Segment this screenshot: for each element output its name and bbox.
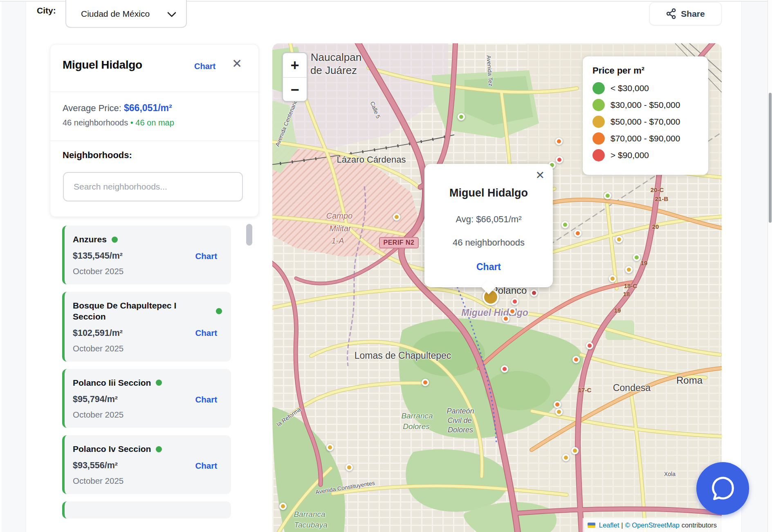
road-shield: PERIF N2	[379, 237, 419, 248]
map-marker[interactable]	[633, 254, 640, 261]
list-scrollbar-thumb[interactable]	[246, 224, 252, 246]
sidebar-title: Miguel Hidalgo	[63, 58, 142, 72]
share-label: Share	[681, 9, 705, 19]
search-input[interactable]	[63, 172, 243, 201]
map-label: Civil de	[447, 416, 471, 425]
map-marker[interactable]	[556, 156, 563, 163]
status-dot	[156, 380, 162, 386]
map-label: Condesa	[613, 382, 651, 393]
map-marker[interactable]	[561, 221, 569, 228]
map-zoom-control[interactable]: + −	[282, 52, 307, 102]
map-label: Miguel Hidalgo	[461, 307, 528, 318]
legend-label: $70,000 - $90,000	[610, 134, 680, 143]
osm-link[interactable]: © OpenStreetMap	[625, 521, 680, 529]
map-label: Lázaro Cárdenas	[337, 154, 406, 165]
list-item[interactable]: Polanco Iii Seccion $95,794/m² Chart Oct…	[62, 369, 231, 428]
map-marker[interactable]	[604, 192, 611, 199]
neighborhood-date: October 2025	[73, 476, 222, 486]
map-label: Dolores	[448, 426, 473, 434]
map-label: Roma	[676, 375, 702, 386]
map-marker[interactable]	[511, 298, 518, 305]
map-marker[interactable]	[555, 138, 563, 145]
map-marker[interactable]	[346, 464, 353, 471]
page-scrollbar-thumb[interactable]	[769, 93, 772, 223]
count-line: 46 neighborhoods • 46 on map	[63, 118, 174, 127]
map-label: 1-A	[331, 236, 344, 246]
neighborhood-name: Anzures	[73, 234, 107, 245]
status-dot	[112, 237, 118, 243]
map-marker[interactable]	[530, 289, 538, 297]
neighborhood-price: $102,591/m²	[73, 328, 123, 338]
item-chart-link[interactable]: Chart	[195, 461, 217, 471]
map-label: de Juárez	[310, 64, 357, 77]
neighborhood-price: $93,556/m²	[73, 460, 118, 471]
item-chart-link[interactable]: Chart	[195, 395, 217, 405]
map-marker[interactable]	[501, 365, 508, 373]
item-chart-link[interactable]: Chart	[195, 328, 217, 338]
map-label: Militar	[329, 224, 351, 233]
popup-chart-link[interactable]: Chart	[424, 262, 553, 273]
status-dot	[216, 308, 222, 314]
neighborhood-name: Bosque De Chapultepec I Seccion	[73, 300, 211, 322]
map-label: Lomas de Chapultepec	[355, 350, 451, 361]
popup-average: Avg: $66,051/m²	[424, 214, 553, 225]
popup-close-icon[interactable]: ✕	[535, 169, 545, 182]
left-gutter	[2, 2, 26, 532]
zoom-in-button[interactable]: +	[283, 53, 307, 77]
list-item[interactable]: Bosque De Chapultepec I Seccion $102,591…	[62, 292, 231, 362]
map-marker[interactable]	[555, 408, 563, 416]
map-marker[interactable]	[625, 266, 633, 273]
map-label: Dolores	[403, 422, 429, 431]
legend-color-dot	[592, 99, 605, 111]
divider	[50, 92, 259, 92]
page-scrollbar[interactable]	[768, 0, 772, 532]
legend-title: Price per m²	[592, 65, 698, 76]
right-gutter	[741, 2, 768, 532]
list-item[interactable]: Anzures $135,545/m² Chart October 2025	[62, 226, 231, 284]
neighborhoods-list[interactable]: Anzures $135,545/m² Chart October 2025 B…	[50, 223, 259, 532]
map-marker[interactable]	[574, 230, 581, 237]
map-marker[interactable]	[509, 308, 516, 315]
map-marker[interactable]	[586, 342, 593, 349]
map-marker[interactable]	[458, 113, 465, 121]
list-item-partial[interactable]	[62, 501, 231, 519]
legend-color-dot	[592, 116, 605, 128]
legend-label: $50,000 - $70,000	[610, 117, 680, 127]
chat-bubble-icon	[711, 476, 735, 501]
map-label: 19	[641, 259, 648, 266]
map-label: Panteón	[447, 407, 474, 416]
map-marker[interactable]	[422, 379, 429, 386]
map-marker[interactable]	[279, 503, 287, 510]
map-marker[interactable]	[571, 447, 579, 454]
map-label: 21-B	[655, 195, 669, 202]
average-price-line: Average Price: $66,051/m²	[63, 103, 172, 114]
sidebar-close-icon[interactable]: ✕	[232, 58, 242, 70]
list-item[interactable]: Polanco Iv Seccion $93,556/m² Chart Octo…	[62, 435, 231, 494]
map-marker[interactable]	[393, 213, 400, 221]
map-marker[interactable]	[562, 454, 570, 461]
map-marker[interactable]	[502, 315, 509, 322]
map-marker[interactable]	[554, 401, 561, 408]
item-chart-link[interactable]: Chart	[195, 251, 217, 261]
map[interactable]: Naucalpande JuárezLázaro CárdenasCampoMi…	[272, 43, 722, 532]
map-marker[interactable]	[609, 275, 616, 282]
share-button[interactable]: Share	[649, 2, 722, 25]
map-marker[interactable]	[572, 356, 580, 363]
attribution-suffix: contributors	[682, 521, 717, 529]
status-dot	[156, 446, 162, 452]
zoom-out-button[interactable]: −	[283, 78, 307, 102]
legend-row: > $90,000	[592, 149, 698, 161]
map-label: Campo	[326, 211, 352, 221]
chat-button[interactable]	[696, 462, 749, 515]
map-marker[interactable]	[615, 236, 623, 243]
average-price-value: $66,051/m²	[124, 103, 172, 113]
map-marker[interactable]	[326, 444, 334, 451]
sidebar-chart-link[interactable]: Chart	[194, 62, 215, 71]
map-label: Barranca	[294, 510, 325, 519]
city-select-value: Ciudad de México	[81, 9, 150, 19]
legend-row: $50,000 - $70,000	[592, 116, 698, 128]
leaflet-link[interactable]: Leaflet	[599, 521, 619, 529]
city-select[interactable]: Ciudad de México	[65, 0, 187, 28]
on-map-count: 46 on map	[135, 118, 174, 127]
legend-label: $30,000 - $50,000	[610, 100, 680, 110]
